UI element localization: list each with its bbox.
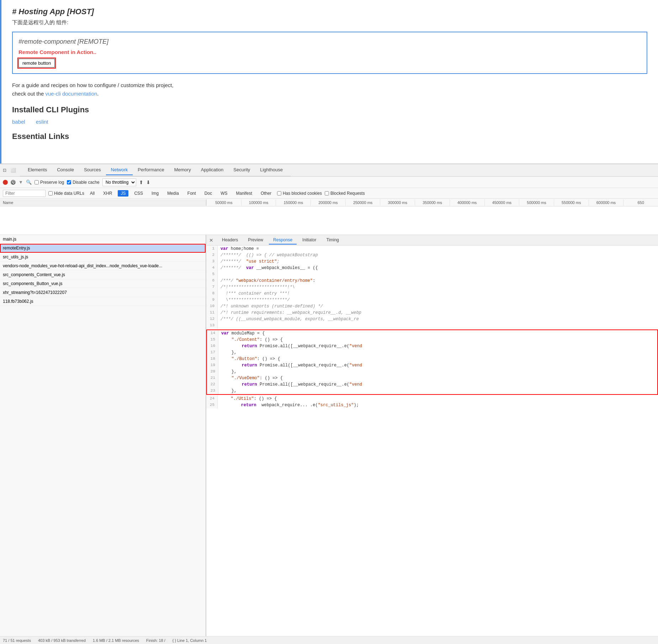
filter-js[interactable]: JS — [118, 190, 128, 197]
code-line-22: 22 return Promise.all([__webpack_require… — [207, 381, 657, 388]
filter-icon[interactable]: ▼ — [18, 179, 23, 185]
resources-size: 1.6 MB / 2.1 MB resources — [93, 638, 139, 643]
filter-doc[interactable]: Doc — [202, 190, 215, 197]
filter-ws[interactable]: WS — [218, 190, 230, 197]
tick-50000: 50000 ms — [206, 199, 241, 206]
requests-panel: main.js remoteEntry.js src_utils_js.js v… — [0, 235, 206, 636]
code-line-24: 24 "./Utils": () => { — [206, 396, 658, 402]
page-content: # Hosting App [HOST] 下面是远程引入的 组件: #remot… — [0, 0, 658, 163]
page-title: # Hosting App [HOST] — [12, 7, 647, 16]
tick-150000: 150000 ms — [276, 199, 311, 206]
code-line-20: 20 }, — [207, 369, 657, 375]
hide-data-urls-label[interactable]: Hide data URLs — [48, 191, 84, 196]
tab-security[interactable]: Security — [228, 165, 255, 175]
code-line-10: 10 /*! unknown exports (runtime-defined)… — [206, 303, 658, 310]
tab-console[interactable]: Console — [52, 165, 79, 175]
blocked-requests-checkbox[interactable] — [325, 191, 329, 195]
tick-650: 650 — [623, 199, 658, 206]
code-line-1: 1 var home;home = — [206, 246, 658, 252]
close-response-button[interactable]: ✕ — [209, 237, 213, 243]
devtools-cursor-icon[interactable]: ⊡ — [1, 167, 8, 173]
download-icon[interactable]: ⬇ — [146, 179, 150, 185]
search-icon[interactable]: 🔍 — [26, 179, 32, 185]
request-src-content[interactable]: src_components_Content_vue.js — [0, 270, 206, 279]
response-tab-headers[interactable]: Headers — [218, 236, 242, 245]
code-line-25: 25 return webpack_require... .e("src_uti… — [206, 402, 658, 408]
page-subtitle: 下面是远程引入的 组件: — [12, 19, 647, 26]
filter-xhr[interactable]: XHR — [100, 190, 115, 197]
filter-manifest[interactable]: Manifest — [233, 190, 255, 197]
eslint-link[interactable]: eslint — [36, 119, 48, 125]
code-line-15: 15 "./Content": () => { — [207, 337, 657, 343]
vue-cli-doc-link[interactable]: vue-cli documentation — [45, 91, 97, 97]
response-tab-initiator[interactable]: Initiator — [298, 236, 320, 245]
remote-button[interactable]: remote button — [18, 59, 55, 68]
filter-other[interactable]: Other — [258, 190, 274, 197]
blocked-requests-label[interactable]: Blocked Requests — [325, 191, 365, 196]
tab-performance[interactable]: Performance — [133, 165, 169, 175]
tick-400000: 400000 ms — [450, 199, 484, 206]
hide-data-urls-checkbox[interactable] — [48, 191, 53, 195]
tick-550000: 550000 ms — [554, 199, 589, 206]
tick-200000: 200000 ms — [311, 199, 345, 206]
tick-500000: 500000 ms — [519, 199, 554, 206]
response-tab-response[interactable]: Response — [269, 236, 297, 245]
remote-component-box: #remote-component [REMOTE] Remote Compon… — [12, 32, 647, 74]
tab-network[interactable]: Network — [106, 165, 133, 175]
babel-link[interactable]: babel — [12, 119, 25, 125]
name-column-header: Name — [0, 199, 206, 206]
code-line-13: 13 — [206, 322, 658, 329]
installed-cli-plugins-title: Installed CLI Plugins — [12, 105, 647, 114]
essential-links-title: Essential Links — [12, 132, 647, 141]
tick-600000: 600000 ms — [589, 199, 623, 206]
code-line-14: 14 var moduleMap = { — [207, 330, 657, 337]
record-button[interactable] — [3, 180, 8, 185]
tab-memory[interactable]: Memory — [169, 165, 196, 175]
tick-250000: 250000 ms — [345, 199, 380, 206]
throttle-select[interactable]: No throttling — [102, 178, 136, 186]
filter-media[interactable]: Media — [164, 190, 182, 197]
response-tab-preview[interactable]: Preview — [244, 236, 267, 245]
waterfall-area — [0, 206, 658, 235]
request-remote-entry-js[interactable]: remoteEntry.js — [0, 244, 206, 253]
stop-button[interactable]: ⊘ — [11, 180, 16, 185]
filter-css[interactable]: CSS — [131, 190, 146, 197]
code-line-19: 19 return Promise.all([__webpack_require… — [207, 362, 657, 369]
tab-lighthouse[interactable]: Lighthouse — [255, 165, 288, 175]
status-bar: 71 / 51 requests 403 kB / 953 kB transfe… — [0, 636, 658, 644]
preserve-log-label[interactable]: Preserve log — [35, 180, 64, 185]
request-xhr-streaming[interactable]: xhr_streaming?t=1622471022207 — [0, 288, 206, 297]
filter-font[interactable]: Font — [185, 190, 199, 197]
request-vendors-node-modules[interactable]: vendors-node_modules_vue-hot-reload-api_… — [0, 262, 206, 270]
disable-cache-label[interactable]: Disable cache — [67, 180, 99, 185]
response-tab-timing[interactable]: Timing — [322, 236, 343, 245]
disable-cache-checkbox[interactable] — [67, 180, 71, 184]
line-col: { } Line 1, Column 1 — [173, 638, 207, 643]
tab-sources[interactable]: Sources — [79, 165, 106, 175]
tab-elements[interactable]: Elements — [23, 165, 52, 175]
response-panel: ✕ Headers Preview Response Initiator Tim… — [206, 235, 658, 636]
has-blocked-cookies-checkbox[interactable] — [277, 191, 281, 195]
devtools-tabs-bar: ⊡ ⬜ Elements Console Sources Network Per… — [0, 164, 658, 177]
request-118-fb73b062[interactable]: 118.fb73b062.js — [0, 297, 206, 306]
filter-input[interactable] — [3, 190, 46, 197]
finish-time: Finish: 18 / — [146, 638, 165, 643]
preserve-log-checkbox[interactable] — [35, 180, 39, 184]
filter-all[interactable]: All — [87, 190, 97, 197]
transfer-size: 403 kB / 953 kB transferred — [38, 638, 86, 643]
request-src-utils-js[interactable]: src_utils_js.js — [0, 253, 206, 262]
request-main-js[interactable]: main.js — [0, 235, 206, 244]
requests-list: main.js remoteEntry.js src_utils_js.js v… — [0, 235, 206, 636]
code-line-3: 3 /******/ "use strict"; — [206, 258, 658, 265]
guide-text-prefix: check out the — [12, 91, 45, 97]
upload-icon[interactable]: ⬆ — [139, 179, 143, 185]
tick-350000: 350000 ms — [415, 199, 450, 206]
tab-application[interactable]: Application — [196, 165, 229, 175]
code-line-8: 8 !*** container entry ***! — [206, 290, 658, 297]
devtools-device-icon[interactable]: ⬜ — [10, 167, 16, 173]
has-blocked-cookies-label[interactable]: Has blocked cookies — [277, 191, 322, 196]
code-line-12: 12 /***/ ((__unused_webpack_module, expo… — [206, 316, 658, 322]
filter-img[interactable]: Img — [149, 190, 161, 197]
request-src-button[interactable]: src_components_Button_vue.js — [0, 279, 206, 288]
code-line-18: 18 "./Button": () => { — [207, 356, 657, 362]
